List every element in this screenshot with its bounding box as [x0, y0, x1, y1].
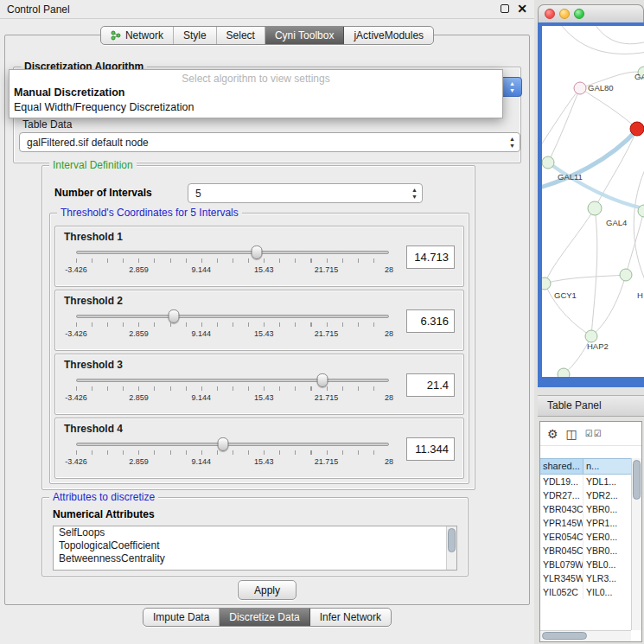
node-gal80[interactable] — [574, 82, 586, 94]
node[interactable] — [558, 368, 570, 377]
table-row[interactable]: YIL052CYIL0... — [540, 585, 641, 599]
network-canvas[interactable]: GAL80 GAL11 GAL4 GCY1 HAP2 GA H — [542, 26, 644, 377]
cell[interactable]: YBR043C — [540, 502, 583, 516]
scrollbar-thumb[interactable] — [542, 632, 587, 640]
node-gcy1[interactable] — [542, 277, 551, 290]
tab-style[interactable]: Style — [174, 27, 217, 44]
node-label: GAL11 — [558, 172, 583, 182]
threshold-3-value[interactable]: 21.4 — [406, 373, 455, 397]
threshold-4-value[interactable]: 11.344 — [406, 437, 455, 461]
threshold-2-slider[interactable] — [76, 315, 389, 318]
cell[interactable]: YDR27... — [540, 488, 583, 502]
table-horizontal-scrollbar[interactable] — [540, 630, 631, 641]
edge[interactable] — [545, 208, 595, 284]
edge[interactable] — [580, 88, 637, 129]
tab-impute-data[interactable]: Impute Data — [143, 609, 220, 626]
threshold-1-slider[interactable] — [76, 251, 389, 254]
tick-label: 28 — [385, 457, 393, 466]
table-row[interactable]: YLR345WYLR3... — [540, 571, 641, 585]
table-header-row: shared... n... — [540, 458, 641, 475]
edge[interactable] — [545, 275, 626, 284]
cell[interactable]: YIL052C — [540, 585, 583, 599]
table-row[interactable]: YER054CYER0... — [540, 530, 641, 544]
tab-jactivemodules[interactable]: jActiveModules — [344, 27, 433, 44]
table-vertical-scrollbar[interactable] — [631, 458, 641, 630]
tab-network[interactable]: Network — [101, 27, 174, 44]
select-all-icon[interactable]: ☑☑ — [585, 428, 603, 440]
edge[interactable] — [594, 26, 644, 44]
close-icon[interactable]: ✕ — [517, 3, 527, 14]
table-row[interactable]: YPR145WYPR1... — [540, 516, 641, 530]
zoom-light-icon[interactable] — [574, 9, 584, 19]
edge[interactable] — [542, 88, 580, 149]
spinner-icon: ▲▼ — [411, 187, 418, 201]
scrollbar-thumb[interactable] — [448, 528, 456, 552]
number-of-intervals-combo[interactable]: 5 ▲▼ — [188, 183, 423, 203]
node-label: GCY1 — [554, 290, 577, 300]
slider-thumb[interactable] — [168, 309, 179, 323]
list-item[interactable]: TopologicalCoefficient — [54, 539, 456, 552]
cell[interactable]: YER054C — [540, 530, 583, 544]
table-row[interactable]: YBR043CYBR0... — [540, 502, 641, 516]
table-toolbar: ⚙ ◫ ☑☑ — [540, 422, 641, 446]
column-header-shared-name[interactable]: shared... — [540, 458, 583, 475]
minimize-light-icon[interactable] — [559, 9, 570, 19]
dropdown-option-manual[interactable]: Manual Discretization — [10, 86, 502, 100]
slider-thumb[interactable] — [251, 245, 262, 259]
float-icon[interactable] — [501, 4, 509, 13]
node-gal11[interactable] — [542, 156, 554, 169]
table-data-combo[interactable]: galFiltered.sif default node ▲▼ — [19, 132, 520, 152]
tick-label: 15.43 — [254, 457, 274, 466]
edge[interactable] — [595, 129, 637, 208]
threshold-coordinates-group: Threshold's Coordinates for 5 Intervals … — [49, 213, 469, 484]
tick-label: 2.859 — [129, 393, 149, 402]
numerical-attributes-label: Numerical Attributes — [53, 508, 155, 520]
threshold-label: Threshold 4 — [64, 423, 123, 435]
slider-ticks — [76, 322, 389, 327]
table-row[interactable]: YBL079WYBL0... — [540, 558, 641, 571]
cell[interactable]: YPR145W — [540, 516, 583, 530]
cell[interactable]: YBR045C — [540, 544, 583, 558]
split-view-icon[interactable]: ◫ — [566, 428, 577, 440]
slider-thumb[interactable] — [218, 437, 229, 451]
tick-label: 15.43 — [254, 265, 274, 274]
threshold-2-value[interactable]: 6.316 — [406, 309, 455, 333]
table-row[interactable]: YBR045CYBR0... — [540, 544, 641, 558]
cell[interactable]: YBL079W — [540, 558, 583, 571]
dropdown-option-equal-width[interactable]: Equal Width/Frequency Discretization — [10, 100, 502, 115]
tab-infer-network[interactable]: Infer Network — [310, 609, 391, 626]
edge[interactable] — [548, 88, 580, 163]
tab-cyni-toolbox[interactable]: Cyni Toolbox — [265, 27, 344, 44]
slider-thumb[interactable] — [317, 373, 328, 387]
node-hap2[interactable] — [585, 330, 597, 342]
edge[interactable] — [634, 164, 644, 285]
network-window-titlebar[interactable] — [538, 4, 644, 22]
threshold-4-slider[interactable] — [76, 443, 389, 446]
node-selected[interactable] — [630, 122, 644, 136]
tab-label: Style — [183, 29, 207, 41]
list-item[interactable]: BetweennessCentrality — [54, 552, 456, 565]
tick-label: 21.715 — [315, 329, 339, 338]
node[interactable] — [620, 269, 632, 281]
threshold-1-value[interactable]: 14.713 — [406, 245, 455, 269]
cell[interactable]: YLR345W — [540, 571, 583, 585]
list-item[interactable]: SelfLoops — [54, 526, 456, 539]
edge[interactable] — [591, 208, 597, 336]
cell[interactable]: YDL19... — [540, 475, 583, 488]
list-scrollbar[interactable] — [446, 526, 456, 570]
scrollbar-thumb[interactable] — [633, 460, 641, 500]
gear-icon[interactable]: ⚙ — [547, 428, 558, 440]
threshold-3-slider[interactable] — [76, 379, 389, 382]
apply-button[interactable]: Apply — [238, 580, 296, 600]
close-light-icon[interactable] — [545, 9, 555, 19]
edge[interactable] — [559, 26, 644, 54]
tick-label: 9.144 — [192, 393, 212, 402]
tick-label: 2.859 — [129, 265, 149, 274]
table-row[interactable]: YDL19...YDL1... — [540, 475, 641, 488]
table-row[interactable]: YDR27...YDR2... — [540, 488, 641, 502]
tab-discretize-data[interactable]: Discretize Data — [220, 609, 309, 626]
table-panel-header[interactable]: Table Panel — [538, 395, 644, 417]
node-gal4[interactable] — [588, 201, 602, 215]
edge[interactable] — [591, 275, 626, 336]
tab-select[interactable]: Select — [217, 27, 265, 44]
